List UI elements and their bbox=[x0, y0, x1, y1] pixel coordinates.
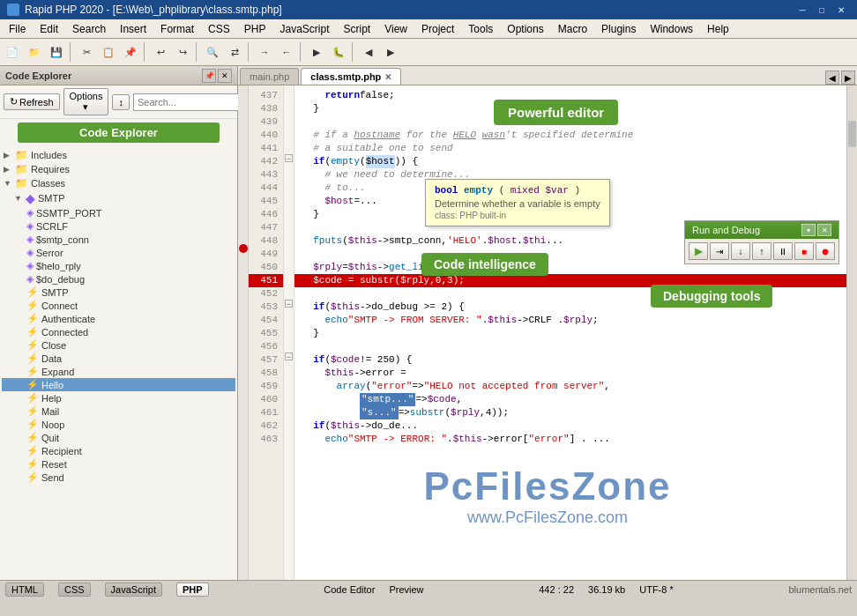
tree-fn-mail[interactable]: ⚡ Mail bbox=[2, 404, 235, 418]
tree-fn-data[interactable]: ⚡ Data bbox=[2, 352, 235, 365]
tree-ssmtp-port[interactable]: ◈ SSMTP_PORT bbox=[2, 206, 235, 219]
menu-search[interactable]: Search bbox=[65, 19, 113, 38]
tb-replace[interactable]: ⇄ bbox=[224, 42, 245, 62]
tb-search[interactable]: 🔍 bbox=[202, 42, 223, 62]
sort-button[interactable]: ↕ bbox=[112, 94, 130, 110]
collapse-btn[interactable]: − bbox=[285, 300, 293, 308]
step-out-btn[interactable]: ↑ bbox=[752, 242, 771, 260]
explorer-close[interactable]: ✕ bbox=[218, 69, 232, 83]
status-tab-js[interactable]: JavaScript bbox=[105, 583, 162, 597]
tb-outdent[interactable]: ← bbox=[276, 42, 297, 62]
pause-btn[interactable]: ⏸ bbox=[773, 242, 793, 260]
run-debug-close[interactable]: ✕ bbox=[817, 224, 831, 236]
menu-format[interactable]: Format bbox=[153, 19, 201, 38]
tb-new[interactable]: 📄 bbox=[2, 42, 23, 62]
menu-macro[interactable]: Macro bbox=[551, 19, 594, 38]
tb-debug[interactable]: 🐛 bbox=[328, 42, 349, 62]
explorer-pin[interactable]: 📌 bbox=[202, 69, 216, 83]
menu-css[interactable]: CSS bbox=[201, 19, 237, 38]
fn-icon: ⚡ bbox=[26, 366, 39, 377]
tree-smtp-class[interactable]: ▼ ◆ SMTP bbox=[2, 190, 235, 206]
run-debug-dropdown[interactable]: ▾ bbox=[801, 224, 816, 236]
tab-close-btn[interactable]: ✕ bbox=[384, 72, 391, 82]
tree-serror[interactable]: ◈ Serror bbox=[2, 246, 235, 259]
menu-plugins[interactable]: Plugins bbox=[594, 19, 643, 38]
tree-smtp-conn[interactable]: ◈ $smtp_conn bbox=[2, 233, 235, 246]
editor-scrollbar[interactable] bbox=[846, 85, 857, 580]
status-tab-php[interactable]: PHP bbox=[176, 583, 209, 597]
menu-insert[interactable]: Insert bbox=[113, 19, 153, 38]
tree-fn-connect[interactable]: ⚡ Connect bbox=[2, 299, 235, 312]
preview-label[interactable]: Preview bbox=[389, 584, 423, 595]
menu-javascript[interactable]: JavaScript bbox=[272, 19, 336, 38]
step-over-btn[interactable]: ⇥ bbox=[710, 242, 729, 260]
tab-main-php[interactable]: main.php bbox=[240, 68, 299, 85]
tb-copy[interactable]: 📋 bbox=[98, 42, 119, 62]
menu-tools[interactable]: Tools bbox=[461, 19, 500, 38]
tree-fn-smtp[interactable]: ⚡ SMTP bbox=[2, 286, 235, 299]
refresh-button[interactable]: ↻ Refresh bbox=[4, 93, 60, 110]
tab-nav-prev[interactable]: ◀ bbox=[825, 71, 839, 85]
tb-save[interactable]: 💾 bbox=[46, 42, 67, 62]
tb-redo[interactable]: ↪ bbox=[172, 42, 193, 62]
tree-fn-hello[interactable]: ⚡ Hello bbox=[2, 378, 235, 391]
stop-btn[interactable]: ■ bbox=[794, 242, 814, 260]
menu-windows[interactable]: Windows bbox=[643, 19, 700, 38]
options-button[interactable]: Options ▾ bbox=[63, 88, 109, 115]
tb-open[interactable]: 📁 bbox=[24, 42, 45, 62]
tab-class-smtp[interactable]: class.smtp.php ✕ bbox=[301, 68, 401, 85]
tree-includes[interactable]: ▶ 📁 Includes bbox=[2, 148, 235, 162]
menu-project[interactable]: Project bbox=[414, 19, 461, 38]
tree-fn-reset[interactable]: ⚡ Reset bbox=[2, 457, 235, 471]
tree-sdodebug[interactable]: ◈ $do_debug bbox=[2, 272, 235, 286]
tb-run[interactable]: ▶ bbox=[306, 42, 327, 62]
close-button[interactable]: ✕ bbox=[832, 2, 850, 18]
menu-options[interactable]: Options bbox=[500, 19, 550, 38]
menu-help[interactable]: Help bbox=[700, 19, 736, 38]
step-into-btn[interactable]: ↓ bbox=[731, 242, 750, 260]
tb-undo[interactable]: ↩ bbox=[150, 42, 171, 62]
record-btn[interactable]: ⏺ bbox=[816, 242, 835, 260]
menu-file[interactable]: File bbox=[2, 19, 33, 38]
var-icon: ◈ bbox=[26, 273, 34, 285]
menu-view[interactable]: View bbox=[377, 19, 414, 38]
tb-back[interactable]: ◀ bbox=[358, 42, 379, 62]
tree-requires[interactable]: ▶ 📁 Requires bbox=[2, 162, 235, 176]
maximize-button[interactable]: □ bbox=[813, 2, 831, 18]
tree-fn-connected[interactable]: ⚡ Connected bbox=[2, 325, 235, 338]
status-tab-css[interactable]: CSS bbox=[58, 583, 91, 597]
tree-fn-quit[interactable]: ⚡ Quit bbox=[2, 431, 235, 444]
tree-shelo[interactable]: ◈ $helo_rply bbox=[2, 259, 235, 272]
status-tab-html[interactable]: HTML bbox=[5, 583, 44, 597]
cm-456 bbox=[284, 337, 294, 350]
tree-fn-send[interactable]: ⚡ Send bbox=[2, 471, 235, 484]
tree-fn-recipient[interactable]: ⚡ Recipient bbox=[2, 444, 235, 457]
ln-463: 463 bbox=[249, 433, 283, 446]
tree-fn-close[interactable]: ⚡ Close bbox=[2, 338, 235, 352]
menu-php[interactable]: PHP bbox=[237, 19, 273, 38]
collapse-btn[interactable]: − bbox=[285, 353, 293, 360]
tree-scrlf[interactable]: ◈ SCRLF bbox=[2, 219, 235, 233]
tree-fn-noop[interactable]: ⚡ Noop bbox=[2, 418, 235, 431]
cm-453[interactable]: − bbox=[284, 297, 294, 310]
menu-edit[interactable]: Edit bbox=[33, 19, 65, 38]
tb-forward[interactable]: ▶ bbox=[380, 42, 401, 62]
collapse-btn[interactable]: − bbox=[285, 154, 293, 162]
tree-fn-authenticate[interactable]: ⚡ Authenticate bbox=[2, 312, 235, 325]
code-content[interactable]: return false; } # if a hostname for the … bbox=[294, 85, 846, 580]
code-editor-label[interactable]: Code Editor bbox=[324, 584, 375, 595]
minimize-button[interactable]: ─ bbox=[794, 2, 811, 18]
tab-nav-next[interactable]: ▶ bbox=[841, 71, 855, 85]
tree-fn-help[interactable]: ⚡ Help bbox=[2, 391, 235, 404]
tree-fn-expand[interactable]: ⚡ Expand bbox=[2, 365, 235, 378]
scrollbar-thumb[interactable] bbox=[848, 121, 856, 147]
menu-script[interactable]: Script bbox=[337, 19, 378, 38]
run-btn[interactable]: ▶ bbox=[689, 242, 708, 260]
tb-paste[interactable]: 📌 bbox=[120, 42, 141, 62]
cm-442[interactable]: − bbox=[284, 152, 294, 165]
tb-indent[interactable]: → bbox=[254, 42, 275, 62]
tb-cut[interactable]: ✂ bbox=[76, 42, 97, 62]
tree-classes[interactable]: ▼ 📁 Classes bbox=[2, 176, 235, 190]
ln-449: 449 bbox=[249, 248, 283, 261]
cm-457[interactable]: − bbox=[284, 350, 294, 363]
